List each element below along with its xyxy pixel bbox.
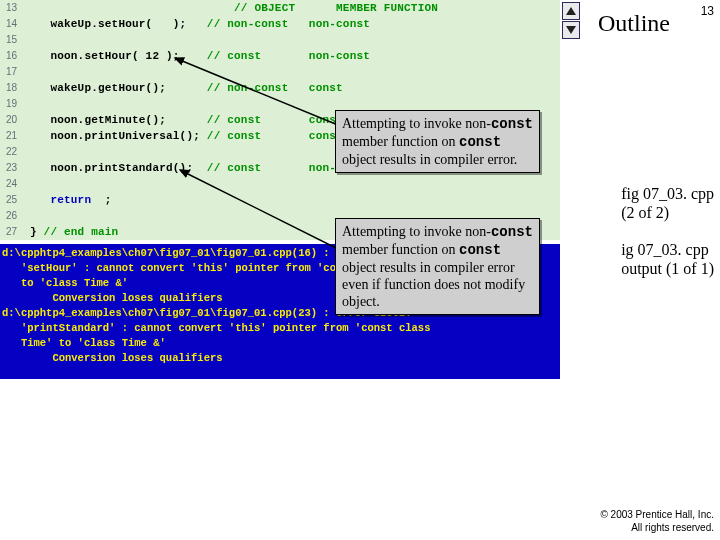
sidebar: Outline 13 fig 07_03. cpp (2 of 2) ig 07… — [560, 0, 720, 540]
chevron-up-icon — [566, 7, 576, 15]
line-number: 14 — [0, 16, 30, 32]
line-number: 27 — [0, 224, 30, 240]
code-content: wakeUp.getHour(); // non-const const — [30, 80, 343, 96]
line-number: 16 — [0, 48, 30, 64]
line-number: 17 — [0, 64, 30, 80]
code-line: 13 // OBJECT MEMBER FUNCTION — [0, 0, 560, 16]
code-content: // OBJECT MEMBER FUNCTION — [30, 0, 438, 16]
code-content: noon.getMinute(); // const const — [30, 112, 343, 128]
code-content: noon.printUniversal(); // const const — [30, 128, 343, 144]
code-content: return ; — [30, 192, 112, 208]
page-number: 13 — [701, 4, 714, 18]
chevron-down-icon — [566, 26, 576, 34]
callout-nonconst-1: Attempting to invoke non-const member fu… — [335, 110, 540, 173]
code-content: noon.printStandard(); // const non-const — [30, 160, 370, 176]
code-line: 16 noon.setHour( 12 ); // const non-cons… — [0, 48, 560, 64]
line-number: 19 — [0, 96, 30, 112]
line-number: 20 — [0, 112, 30, 128]
code-line: 18 wakeUp.getHour(); // non-const const — [0, 80, 560, 96]
scroll-buttons — [562, 2, 580, 39]
scroll-down-button[interactable] — [562, 21, 580, 39]
code-content: noon.setHour( 12 ); // const non-const — [30, 48, 370, 64]
code-content: wakeUp.setHour( ); // non-const non-cons… — [30, 16, 370, 32]
line-number: 23 — [0, 160, 30, 176]
code-line: 15 — [0, 32, 560, 48]
line-number: 24 — [0, 176, 30, 192]
line-number: 26 — [0, 208, 30, 224]
copyright-footer: © 2003 Prentice Hall, Inc. All rights re… — [600, 508, 714, 534]
outline-title: Outline — [598, 10, 670, 37]
code-content: } // end main — [30, 224, 118, 240]
line-number: 13 — [0, 0, 30, 16]
code-line: 24 — [0, 176, 560, 192]
figure-reference-output: ig 07_03. cpp output (1 of 1) — [621, 240, 714, 278]
callout-text: Attempting to invoke non- — [342, 224, 491, 239]
line-number: 18 — [0, 80, 30, 96]
line-number: 15 — [0, 32, 30, 48]
slide: 13 // OBJECT MEMBER FUNCTION14 wakeUp.se… — [0, 0, 720, 540]
code-line: 14 wakeUp.setHour( ); // non-const non-c… — [0, 16, 560, 32]
scroll-up-button[interactable] — [562, 2, 580, 20]
line-number: 21 — [0, 128, 30, 144]
callout-text: Attempting to invoke non- — [342, 116, 491, 131]
line-number: 25 — [0, 192, 30, 208]
code-line: 25 return ; — [0, 192, 560, 208]
figure-reference-code: fig 07_03. cpp (2 of 2) — [621, 184, 714, 222]
callout-nonconst-2: Attempting to invoke non-const member fu… — [335, 218, 540, 315]
line-number: 22 — [0, 144, 30, 160]
code-line: 17 — [0, 64, 560, 80]
